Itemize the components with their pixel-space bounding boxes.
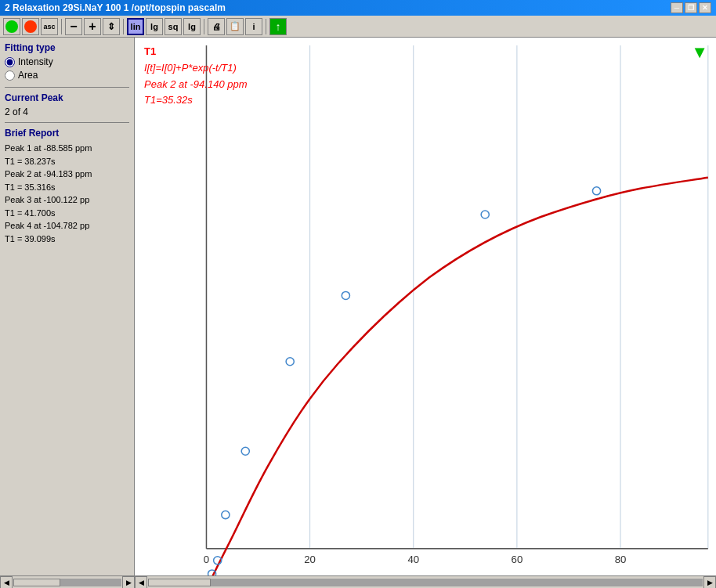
chart-scroll-left[interactable]: ◀ bbox=[135, 576, 147, 589]
svg-text:60: 60 bbox=[512, 554, 523, 565]
toolbar-minus[interactable]: − bbox=[65, 18, 82, 35]
close-button[interactable]: ✕ bbox=[699, 2, 711, 13]
divider-1 bbox=[5, 87, 129, 88]
svg-point-18 bbox=[286, 358, 294, 366]
current-peak-label: Current Peak bbox=[5, 92, 129, 103]
svg-text:20: 20 bbox=[304, 554, 316, 565]
toolbar-lg2[interactable]: lg bbox=[183, 18, 201, 35]
chart-scroll-thumb[interactable] bbox=[148, 579, 211, 586]
svg-point-21 bbox=[592, 187, 600, 195]
report-line-5: T1 = 41.700s bbox=[5, 207, 129, 220]
toolbar-plus[interactable]: + bbox=[84, 18, 101, 35]
fitting-type-radio-group: Intensity Area bbox=[5, 56, 129, 81]
report-line-1: T1 = 38.237s bbox=[5, 155, 129, 168]
toolbar-lin[interactable]: lin bbox=[127, 18, 144, 35]
sidebar-scroll-thumb[interactable] bbox=[13, 579, 60, 586]
report-line-3: T1 = 35.316s bbox=[5, 181, 129, 194]
toolbar-separator-1 bbox=[61, 19, 62, 34]
sidebar-scroll-right[interactable]: ▶ bbox=[122, 576, 135, 589]
toolbar-btn-1[interactable] bbox=[3, 18, 20, 35]
report-line-4: Peak 3 at -100.122 pp bbox=[5, 193, 129, 207]
svg-point-17 bbox=[241, 447, 249, 455]
toolbar-separator-4 bbox=[266, 19, 266, 34]
toolbar-lg1[interactable]: lg bbox=[146, 18, 163, 35]
minimize-button[interactable]: ─ bbox=[671, 2, 683, 13]
radio-area-item[interactable]: Area bbox=[5, 70, 129, 81]
restore-button[interactable]: ❐ bbox=[685, 2, 697, 13]
toolbar-sq[interactable]: sq bbox=[165, 18, 182, 35]
title-bar: 2 Relaxation 29Si.NaY 100 1 /opt/topspin… bbox=[0, 0, 716, 16]
main-area: Fitting type Intensity Area Current Peak… bbox=[0, 38, 716, 588]
toolbar-btn-asc[interactable]: asc bbox=[41, 18, 58, 35]
toolbar-btn-2[interactable] bbox=[22, 18, 39, 35]
toolbar: asc − + ⇕ lin lg sq lg 🖨 📋 i ↑ bbox=[0, 16, 716, 38]
chart-scroll-track[interactable] bbox=[148, 579, 703, 586]
svg-text:40: 40 bbox=[407, 554, 419, 565]
svg-point-16 bbox=[222, 511, 230, 519]
brief-report-label: Brief Report bbox=[5, 128, 129, 139]
toolbar-separator-3 bbox=[204, 19, 204, 34]
report-line-7: T1 = 39.099s bbox=[5, 233, 129, 246]
toolbar-info[interactable]: i bbox=[245, 18, 262, 35]
svg-text:80: 80 bbox=[615, 554, 627, 565]
radio-intensity-item[interactable]: Intensity bbox=[5, 56, 129, 67]
toolbar-active[interactable]: ↑ bbox=[269, 18, 287, 35]
brief-report-content: Peak 1 at -88.585 ppm T1 = 38.237s Peak … bbox=[5, 142, 129, 245]
chart-area: T1 I[t]=I[0]+P*exp(-t/T1) Peak 2 at -94.… bbox=[135, 38, 716, 588]
toolbar-doc[interactable]: 📋 bbox=[226, 18, 244, 35]
report-line-6: Peak 4 at -104.782 pp bbox=[5, 219, 129, 233]
radio-area-label: Area bbox=[18, 70, 38, 81]
radio-intensity-label: Intensity bbox=[18, 56, 53, 67]
radio-intensity[interactable] bbox=[5, 57, 15, 67]
report-line-0: Peak 1 at -88.585 ppm bbox=[5, 142, 129, 155]
toolbar-separator-2 bbox=[123, 19, 124, 34]
sidebar-scrollbar: ◀ ▶ bbox=[0, 575, 135, 588]
chart-svg: 0 20 40 60 80 bbox=[135, 38, 716, 588]
chart-scroll-right[interactable]: ▶ bbox=[703, 576, 716, 589]
svg-point-20 bbox=[481, 211, 489, 218]
sidebar: Fitting type Intensity Area Current Peak… bbox=[0, 38, 135, 588]
fitting-type-label: Fitting type bbox=[5, 42, 129, 53]
radio-area[interactable] bbox=[5, 70, 15, 81]
report-line-2: Peak 2 at -94.183 ppm bbox=[5, 168, 129, 181]
window-title: 2 Relaxation 29Si.NaY 100 1 /opt/topspin… bbox=[5, 2, 226, 13]
divider-2 bbox=[5, 122, 129, 123]
sidebar-scroll-left[interactable]: ◀ bbox=[0, 576, 13, 589]
current-peak-value: 2 of 4 bbox=[5, 106, 129, 117]
toolbar-print[interactable]: 🖨 bbox=[208, 18, 225, 35]
svg-text:0: 0 bbox=[204, 554, 209, 565]
title-bar-controls: ─ ❐ ✕ bbox=[671, 2, 711, 13]
sidebar-scroll-track[interactable] bbox=[13, 579, 121, 586]
svg-point-19 bbox=[342, 291, 349, 299]
chart-scrollbar: ◀ ▶ bbox=[135, 575, 716, 588]
toolbar-arrows[interactable]: ⇕ bbox=[103, 18, 120, 35]
